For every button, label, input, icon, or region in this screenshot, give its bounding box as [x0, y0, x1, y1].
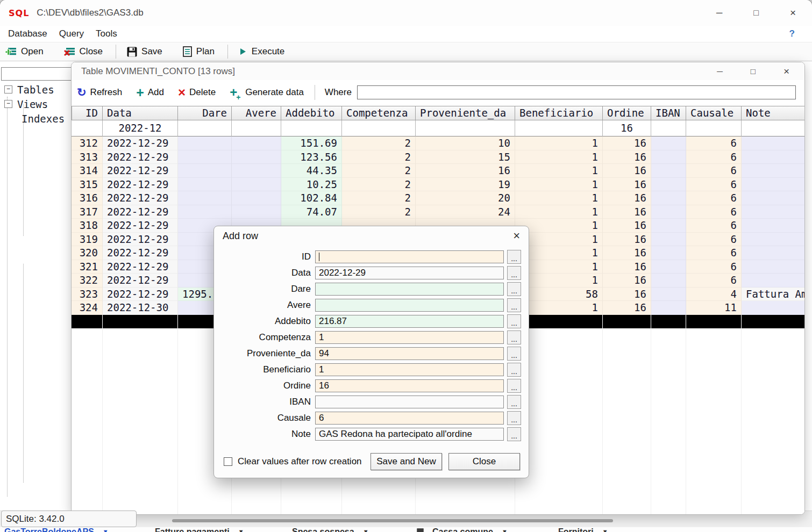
cell-data[interactable]: 2022-12-29 [103, 233, 178, 247]
cell-proveniente_da[interactable]: 10 [416, 136, 515, 150]
dialog-field-input-avere[interactable] [315, 299, 504, 312]
help-menu[interactable]: ? [789, 28, 812, 39]
cell-causale[interactable]: 6 [686, 260, 742, 274]
ellipsis-button[interactable]: ... [507, 282, 521, 296]
cell-avere[interactable] [232, 205, 281, 219]
filter-cell-avere[interactable] [232, 120, 281, 136]
menu-item-tools[interactable]: Tools [90, 28, 123, 39]
sidebar-node-tables[interactable]: −Tables [0, 82, 72, 97]
maximize-icon[interactable]: □ [751, 67, 756, 76]
cell-iban[interactable] [651, 150, 686, 164]
cell-causale[interactable]: 6 [686, 136, 742, 150]
cell-ordine[interactable]: 16 [603, 246, 651, 260]
horizontal-scrollbar[interactable] [172, 519, 613, 522]
cell-proveniente_da[interactable]: 20 [416, 191, 515, 205]
cell-id[interactable]: 315 [72, 178, 103, 192]
cell-data[interactable]: 2022-12-29 [103, 287, 178, 301]
save-and-new-button[interactable]: Save and New [371, 453, 442, 470]
cell-competenza[interactable]: 2 [342, 164, 416, 178]
column-header-proveniente_da[interactable]: Proveniente_da [416, 106, 515, 120]
cell-dare[interactable] [178, 178, 232, 192]
dialog-field-input-id[interactable] [315, 250, 504, 263]
cell-avere[interactable] [232, 178, 281, 192]
cell-data[interactable]: 2022-12-29 [103, 246, 178, 260]
clear-values-checkbox[interactable] [224, 457, 232, 466]
cell-avere[interactable] [232, 150, 281, 164]
cell-ordine[interactable]: 16 [603, 274, 651, 287]
cell-beneficiario[interactable]: 1 [515, 164, 603, 178]
ellipsis-button[interactable]: ... [507, 250, 521, 264]
cell-data[interactable]: 2022-12-29 [103, 260, 178, 274]
cell-data[interactable]: 2022-12-29 [103, 205, 178, 219]
filter-cell-competenza[interactable] [342, 120, 416, 136]
column-header-note[interactable]: Note [742, 106, 804, 120]
cell-iban[interactable] [651, 233, 686, 247]
close-button[interactable]: Close [448, 453, 520, 470]
cell-note[interactable] [742, 150, 804, 164]
background-menu-fatture-pagamenti[interactable]: Fatture pagamenti▼ [155, 527, 244, 532]
cell-id[interactable]: 323 [72, 287, 103, 301]
background-menu-fornitori[interactable]: Fornitori▼ [558, 527, 608, 532]
minimize-icon[interactable]: ─ [717, 67, 723, 76]
ellipsis-button[interactable]: ... [507, 314, 521, 328]
cell-addebito[interactable]: 151.69 [281, 136, 342, 150]
cell-data[interactable]: 2022-12-29 [103, 164, 178, 178]
cell-competenza[interactable]: 2 [342, 205, 416, 219]
cell-id[interactable]: 313 [72, 150, 103, 164]
cell-competenza[interactable]: 2 [342, 191, 416, 205]
cell-note[interactable] [742, 274, 804, 287]
cell-id[interactable]: 314 [72, 164, 103, 178]
save-button[interactable]: Save [127, 46, 162, 57]
cell-data[interactable]: 2022-12-30 [103, 301, 178, 315]
cell-proveniente_da[interactable]: 19 [416, 178, 515, 192]
menu-item-query[interactable]: Query [53, 28, 90, 39]
cell-iban[interactable] [651, 260, 686, 274]
cell-data[interactable]: 2022-12-29 [103, 191, 178, 205]
cell-causale[interactable]: 6 [686, 246, 742, 260]
cell-note[interactable] [742, 164, 804, 178]
cell-iban[interactable] [651, 136, 686, 150]
filter-cell-dare[interactable] [178, 120, 232, 136]
background-menu-cassa-comune[interactable]: Cassa comune▼ [417, 527, 508, 532]
ellipsis-button[interactable]: ... [507, 330, 521, 344]
cell-data[interactable]: 2022-12-29 [103, 136, 178, 150]
sidebar-node-views[interactable]: −Views [0, 97, 72, 111]
cell-ordine[interactable]: 16 [603, 205, 651, 219]
cell-ordine[interactable]: 16 [603, 164, 651, 178]
cell-causale[interactable]: 11 [686, 301, 742, 315]
cell-note[interactable]: Fattura Am [742, 287, 804, 301]
dialog-field-input-proveniente_da[interactable]: 94 [315, 347, 504, 360]
cell-note[interactable] [742, 219, 804, 233]
cell-id[interactable]: 316 [72, 191, 103, 205]
cell-beneficiario[interactable]: 1 [515, 178, 603, 192]
ellipsis-button[interactable]: ... [507, 379, 521, 393]
cell-ordine[interactable]: 16 [603, 191, 651, 205]
column-header-iban[interactable]: IBAN [651, 106, 686, 120]
cell-causale[interactable]: 6 [686, 274, 742, 287]
column-header-id[interactable]: ID [72, 106, 103, 120]
plan-button[interactable]: Plan [183, 46, 215, 57]
cell-beneficiario[interactable]: 1 [515, 136, 603, 150]
cell-note[interactable] [742, 246, 804, 260]
ellipsis-button[interactable]: ... [507, 363, 521, 377]
cell-beneficiario[interactable]: 1 [515, 205, 603, 219]
column-header-causale[interactable]: Causale [686, 106, 742, 120]
filter-cell-ordine[interactable]: 16 [603, 120, 651, 136]
dialog-field-input-causale[interactable]: 6 [315, 412, 504, 425]
filter-cell-addebito[interactable] [281, 120, 342, 136]
close-icon[interactable]: × [790, 7, 796, 19]
cell-addebito[interactable]: 74.07 [281, 205, 342, 219]
cell-proveniente_da[interactable]: 24 [416, 205, 515, 219]
close-icon[interactable]: × [513, 231, 520, 241]
cell-ordine[interactable]: 16 [603, 233, 651, 247]
cell-beneficiario[interactable]: 1 [515, 150, 603, 164]
cell-beneficiario[interactable]: 1 [515, 191, 603, 205]
menu-item-database[interactable]: Database [2, 28, 53, 39]
ellipsis-button[interactable]: ... [507, 347, 521, 361]
cell-data[interactable]: 2022-12-29 [103, 274, 178, 287]
minimize-icon[interactable]: ─ [716, 8, 722, 18]
cell-data[interactable]: 2022-12-29 [103, 178, 178, 192]
delete-button[interactable]: ×Delete [178, 87, 216, 98]
cell-note[interactable] [742, 178, 804, 192]
cell-note[interactable] [742, 205, 804, 219]
